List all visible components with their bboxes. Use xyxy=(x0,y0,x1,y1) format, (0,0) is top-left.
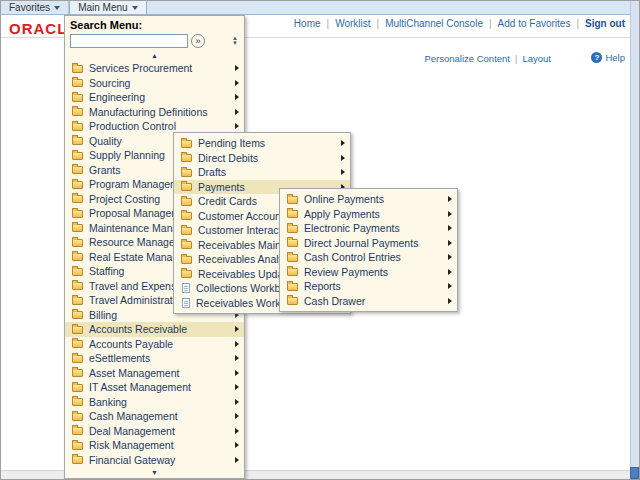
menu-item-reports[interactable]: Reports xyxy=(280,279,457,294)
folder-icon xyxy=(287,297,298,305)
menu-scroll-up-button[interactable]: ▲ xyxy=(65,50,244,61)
menu-item-engineering[interactable]: Engineering xyxy=(65,90,244,105)
menu-item-label: Engineering xyxy=(89,91,231,103)
submenu-arrow-icon xyxy=(341,169,345,175)
submenu-arrow-icon xyxy=(448,283,452,289)
folder-icon xyxy=(181,154,192,162)
menu-item-sourcing[interactable]: Sourcing xyxy=(65,76,244,91)
submenu-arrow-icon xyxy=(235,442,239,448)
menu-item-label: Online Payments xyxy=(304,193,444,205)
menu-item-cash-management[interactable]: Cash Management xyxy=(65,409,244,424)
folder-icon xyxy=(72,79,83,87)
folder-icon xyxy=(72,108,83,116)
submenu-arrow-icon xyxy=(448,240,452,246)
folder-icon xyxy=(287,225,298,233)
separator: | xyxy=(576,18,579,29)
worklist-link[interactable]: Worklist xyxy=(335,18,370,29)
folder-icon xyxy=(72,210,83,218)
menu-item-label: Services Procurement xyxy=(89,62,231,74)
menu-item-risk-management[interactable]: Risk Management xyxy=(65,438,244,453)
menu-item-accounts-receivable[interactable]: Accounts Receivable xyxy=(65,322,244,337)
folder-icon xyxy=(72,282,83,290)
main-menu-button[interactable]: Main Menu xyxy=(69,1,146,14)
menu-item-electronic-payments[interactable]: Electronic Payments xyxy=(280,221,457,236)
document-icon xyxy=(182,283,190,293)
menu-item-direct-journal-payments[interactable]: Direct Journal Payments xyxy=(280,236,457,251)
menu-item-apply-payments[interactable]: Apply Payments xyxy=(280,207,457,222)
menu-item-asset-management[interactable]: Asset Management xyxy=(65,366,244,381)
favorites-label: Favorites xyxy=(9,2,50,13)
submenu-arrow-icon xyxy=(448,254,452,260)
menu-item-cash-drawer[interactable]: Cash Drawer xyxy=(280,294,457,309)
submenu-arrow-icon xyxy=(235,370,239,376)
folder-icon xyxy=(287,239,298,247)
menu-item-esettlements[interactable]: eSettlements xyxy=(65,351,244,366)
menu-item-deal-management[interactable]: Deal Management xyxy=(65,424,244,439)
submenu-arrow-icon xyxy=(235,123,239,129)
personalize-content-link[interactable]: Personalize Content xyxy=(424,53,510,64)
menu-item-label: Financial Gateway xyxy=(89,454,231,466)
separator: | xyxy=(489,18,492,29)
menu-item-label: Manufacturing Definitions xyxy=(89,106,231,118)
submenu-arrow-icon xyxy=(235,109,239,115)
search-go-button[interactable]: » xyxy=(191,34,205,48)
help-link[interactable]: ? Help xyxy=(591,52,625,63)
scroll-up-icon: ▲ xyxy=(151,52,158,59)
submenu-arrow-icon xyxy=(448,196,452,202)
personalize-links: Personalize Content | Layout xyxy=(424,53,551,64)
vertical-scrollbar[interactable] xyxy=(630,1,639,470)
folder-icon xyxy=(72,311,83,319)
folder-icon xyxy=(72,268,83,276)
menu-item-label: Direct Journal Payments xyxy=(304,237,444,249)
folder-icon xyxy=(72,413,83,421)
menu-item-manufacturing-definitions[interactable]: Manufacturing Definitions xyxy=(65,105,244,120)
folder-icon xyxy=(72,384,83,392)
menu-item-accounts-payable[interactable]: Accounts Payable xyxy=(65,337,244,352)
menu-item-banking[interactable]: Banking xyxy=(65,395,244,410)
help-label: Help xyxy=(605,52,625,63)
vertical-scrollbar-button[interactable] xyxy=(630,467,639,479)
menu-item-drafts[interactable]: Drafts xyxy=(174,165,350,180)
favorites-menu-button[interactable]: Favorites xyxy=(1,1,69,14)
home-link[interactable]: Home xyxy=(294,18,321,29)
folder-icon xyxy=(72,65,83,73)
menu-item-pending-items[interactable]: Pending Items xyxy=(174,136,350,151)
payments-item-list: Online PaymentsApply PaymentsElectronic … xyxy=(280,192,457,308)
menu-item-it-asset-management[interactable]: IT Asset Management xyxy=(65,380,244,395)
folder-icon xyxy=(72,355,83,363)
submenu-arrow-icon xyxy=(448,225,452,231)
add-to-favorites-link[interactable]: Add to Favorites xyxy=(498,18,571,29)
folder-icon xyxy=(72,340,83,348)
menu-item-online-payments[interactable]: Online Payments xyxy=(280,192,457,207)
main-menu-label: Main Menu xyxy=(78,2,127,13)
folder-icon xyxy=(287,283,298,291)
menu-search-input[interactable] xyxy=(70,34,188,48)
menu-scrollbar[interactable]: ▲ ▼ xyxy=(232,36,239,46)
folder-icon xyxy=(72,456,83,464)
menu-item-label: Cash Drawer xyxy=(304,295,444,307)
menu-item-label: Cash Management xyxy=(89,410,231,422)
help-icon: ? xyxy=(591,52,602,63)
menu-item-label: Accounts Receivable xyxy=(89,323,231,335)
chevron-down-icon xyxy=(132,6,138,10)
folder-icon xyxy=(181,227,192,235)
menu-item-financial-gateway[interactable]: Financial Gateway xyxy=(65,453,244,468)
layout-link[interactable]: Layout xyxy=(522,53,551,64)
menu-item-label: eSettlements xyxy=(89,352,231,364)
multichannel-console-link[interactable]: MultiChannel Console xyxy=(385,18,483,29)
menu-scroll-down-button[interactable]: ▼ xyxy=(65,467,244,478)
top-menu-bar: Favorites Main Menu xyxy=(1,1,639,15)
folder-icon xyxy=(72,166,83,174)
menu-item-review-payments[interactable]: Review Payments xyxy=(280,265,457,280)
folder-icon xyxy=(72,427,83,435)
menu-item-direct-debits[interactable]: Direct Debits xyxy=(174,151,350,166)
submenu-arrow-icon xyxy=(448,269,452,275)
sign-out-link[interactable]: Sign out xyxy=(585,18,625,29)
chevron-down-icon xyxy=(54,6,60,10)
menu-item-cash-control-entries[interactable]: Cash Control Entries xyxy=(280,250,457,265)
menu-item-label: Cash Control Entries xyxy=(304,251,444,263)
separator: | xyxy=(327,18,330,29)
menu-item-services-procurement[interactable]: Services Procurement xyxy=(65,61,244,76)
folder-icon xyxy=(287,254,298,262)
folder-icon xyxy=(72,181,83,189)
